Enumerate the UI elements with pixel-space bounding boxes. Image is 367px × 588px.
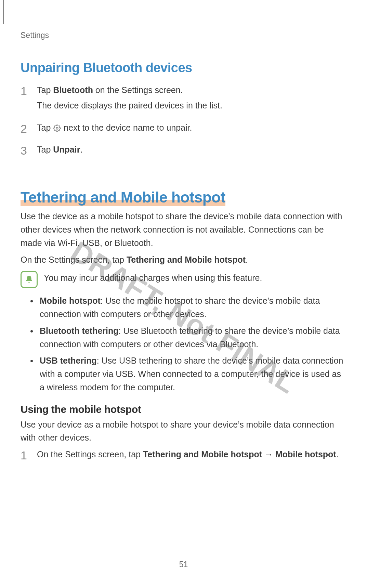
bold-unpair: Unpair bbox=[53, 145, 80, 154]
text: . bbox=[246, 255, 248, 264]
text: On the Settings screen, tap bbox=[21, 255, 127, 264]
bold-bluetooth: Bluetooth bbox=[53, 85, 93, 95]
top-margin-rule bbox=[3, 0, 4, 24]
breadcrumb: Settings bbox=[21, 31, 346, 40]
arrow-text: → bbox=[262, 449, 275, 459]
bold-tethering-nav: Tethering and Mobile hotspot bbox=[127, 255, 246, 264]
heading-text: Tethering and Mobile hotspot bbox=[21, 189, 225, 206]
unpair-step-1-sub: The device displays the paired devices i… bbox=[37, 99, 346, 112]
using-hotspot-body: Use your device as a mobile hotspot to s… bbox=[21, 418, 346, 445]
bullet-bold: Mobile hotspot bbox=[40, 296, 101, 305]
bold-path-1: Tethering and Mobile hotspot bbox=[143, 449, 262, 459]
tethering-intro: Use the device as a mobile hotspot to sh… bbox=[21, 210, 346, 249]
heading-unpairing: Unpairing Bluetooth devices bbox=[21, 61, 346, 75]
section-heading-wrap: Tethering and Mobile hotspot bbox=[21, 165, 346, 210]
document-page: Settings Unpairing Bluetooth devices Tap… bbox=[0, 0, 367, 588]
page-number: 51 bbox=[0, 560, 367, 569]
text: . bbox=[336, 449, 339, 459]
note-row: You may incur additional charges when us… bbox=[21, 271, 346, 288]
tethering-nav: On the Settings screen, tap Tethering an… bbox=[21, 253, 346, 266]
bell-icon bbox=[21, 271, 38, 288]
bullet-bold: Bluetooth tethering bbox=[40, 326, 119, 336]
text: On the Settings screen, tap bbox=[37, 449, 143, 459]
unpair-step-1: Tap Bluetooth on the Settings screen. Th… bbox=[21, 83, 346, 112]
text: Tap bbox=[37, 85, 53, 95]
text: on the Settings screen. bbox=[93, 85, 183, 95]
heading-using-hotspot: Using the mobile hotspot bbox=[21, 404, 346, 415]
text: Tap bbox=[37, 145, 53, 154]
using-hotspot-steps: On the Settings screen, tap Tethering an… bbox=[21, 448, 346, 461]
text: . bbox=[80, 145, 82, 154]
using-step-1: On the Settings screen, tap Tethering an… bbox=[21, 448, 346, 461]
bullet-usb-tethering: USB tethering: Use USB tethering to shar… bbox=[30, 354, 346, 394]
unpair-step-3: Tap Unpair. bbox=[21, 143, 346, 156]
note-text: You may incur additional charges when us… bbox=[44, 271, 262, 285]
unpair-steps: Tap Bluetooth on the Settings screen. Th… bbox=[21, 83, 346, 156]
unpair-step-2: Tap next to the device name to unpair. bbox=[21, 121, 346, 134]
bullet-bold: USB tethering bbox=[40, 356, 97, 365]
svg-point-0 bbox=[56, 127, 58, 129]
heading-tethering: Tethering and Mobile hotspot bbox=[21, 189, 225, 206]
tethering-bullets: Mobile hotspot: Use the mobile hotspot t… bbox=[21, 294, 346, 394]
bullet-mobile-hotspot: Mobile hotspot: Use the mobile hotspot t… bbox=[30, 294, 346, 321]
bold-path-2: Mobile hotspot bbox=[275, 449, 336, 459]
bullet-bluetooth-tethering: Bluetooth tethering: Use Bluetooth tethe… bbox=[30, 324, 346, 351]
text: Tap bbox=[37, 123, 53, 132]
gear-icon bbox=[53, 125, 61, 132]
text: next to the device name to unpair. bbox=[64, 123, 192, 132]
